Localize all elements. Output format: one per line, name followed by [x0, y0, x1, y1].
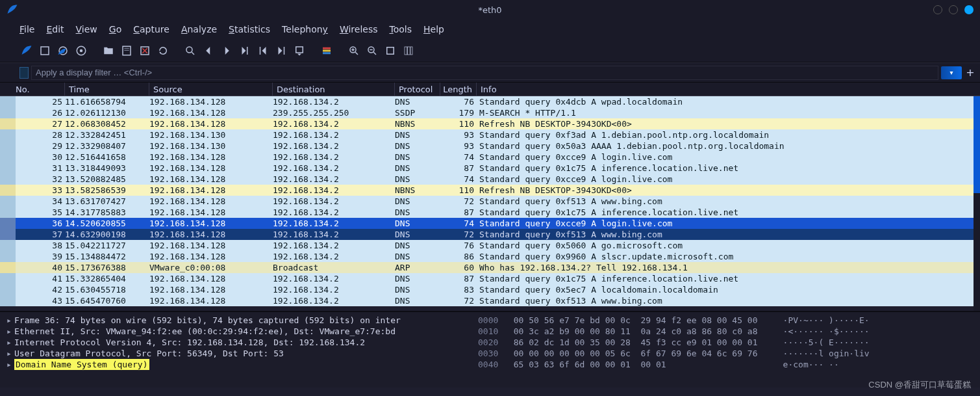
menu-analyze[interactable]: Analyze	[181, 24, 217, 34]
close-file-icon[interactable]	[138, 44, 152, 58]
go-last-icon[interactable]	[274, 44, 288, 58]
svg-rect-17	[323, 49, 331, 51]
svg-rect-16	[323, 47, 331, 49]
table-row[interactable]: 4315.645470760192.168.134.128192.168.134…	[0, 295, 980, 306]
menu-file[interactable]: File	[19, 24, 34, 34]
table-row[interactable]: 3213.520882485192.168.134.128192.168.134…	[0, 174, 980, 185]
table-row[interactable]: 3614.520620855192.168.134.128192.168.134…	[0, 218, 980, 229]
bookmark-icon[interactable]	[19, 67, 29, 79]
menu-capture[interactable]: Capture	[133, 24, 170, 34]
zoom-in-icon[interactable]	[347, 44, 361, 58]
table-row[interactable]: 3915.134884472192.168.134.128192.168.134…	[0, 251, 980, 262]
expand-icon[interactable]: ▸	[6, 326, 14, 337]
window-close-icon[interactable]	[964, 5, 974, 14]
expand-icon[interactable]: ▸	[6, 337, 14, 348]
filter-apply-icon[interactable]: ▾	[941, 66, 962, 79]
table-row[interactable]: 2612.026112130192.168.134.128239.255.255…	[0, 107, 980, 118]
svg-rect-13	[260, 47, 261, 55]
restart-capture-icon[interactable]	[56, 44, 70, 58]
lower-panes: ▸Frame 36: 74 bytes on wire (592 bits), …	[0, 311, 980, 388]
packet-bytes[interactable]: 0000 00 50 56 e7 7e bd 00 0c 29 94 f2 ee…	[474, 312, 980, 388]
svg-rect-29	[410, 47, 412, 55]
table-row[interactable]: 3714.632900198192.168.134.128192.168.134…	[0, 229, 980, 240]
svg-rect-27	[405, 47, 407, 55]
app-fin-icon	[6, 4, 18, 16]
table-row[interactable]: 2712.068308452192.168.134.128192.168.134…	[0, 118, 980, 129]
col-length[interactable]: Length	[440, 83, 477, 96]
zoom-reset-icon[interactable]	[383, 44, 397, 58]
col-source[interactable]: Source	[149, 83, 273, 96]
menu-statistics[interactable]: Statistics	[229, 24, 270, 34]
zoom-out-icon[interactable]	[365, 44, 379, 58]
stop-capture-icon[interactable]	[38, 44, 52, 58]
table-row[interactable]: 2912.332908407192.168.134.130192.168.134…	[0, 140, 980, 152]
table-row[interactable]: 2511.616658794192.168.134.128192.168.134…	[0, 96, 980, 107]
table-row[interactable]: 3514.317785883192.168.134.128192.168.134…	[0, 207, 980, 218]
table-row[interactable]: 4015.173676388VMware_c0:00:08BroadcastAR…	[0, 262, 980, 273]
open-file-icon[interactable]	[101, 44, 116, 58]
svg-line-20	[355, 52, 358, 55]
filter-bar: ▾ +	[0, 62, 980, 82]
window-minimize-icon[interactable]	[933, 5, 942, 14]
packet-list[interactable]: 2511.616658794192.168.134.128192.168.134…	[0, 96, 980, 311]
jump-to-icon[interactable]	[238, 44, 252, 58]
table-row[interactable]: 3313.582586539192.168.134.128192.168.134…	[0, 185, 980, 196]
resize-columns-icon[interactable]	[401, 44, 416, 58]
svg-rect-12	[247, 47, 248, 55]
filter-add-icon[interactable]: +	[964, 67, 976, 79]
reload-icon[interactable]	[156, 44, 170, 58]
menu-telephony[interactable]: Telephony	[282, 24, 328, 34]
save-file-icon[interactable]	[119, 44, 134, 58]
capture-options-icon[interactable]	[74, 44, 88, 58]
table-row[interactable]: 3413.631707427192.168.134.128192.168.134…	[0, 196, 980, 207]
svg-rect-18	[323, 52, 331, 54]
svg-rect-14	[284, 47, 285, 55]
menu-go[interactable]: Go	[109, 24, 121, 34]
find-icon[interactable]	[183, 44, 197, 58]
table-row[interactable]: 2812.332842451192.168.134.130192.168.134…	[0, 129, 980, 140]
packet-list-header[interactable]: No. Time Source Destination Protocol Len…	[0, 82, 980, 96]
window-maximize-icon[interactable]	[949, 5, 958, 14]
svg-rect-28	[408, 47, 410, 55]
svg-rect-26	[387, 47, 394, 54]
col-time[interactable]: Time	[65, 83, 149, 96]
table-row[interactable]: 4215.630455718192.168.134.128192.168.134…	[0, 284, 980, 295]
table-row[interactable]: 3012.516441658192.168.134.128192.168.134…	[0, 152, 980, 163]
svg-rect-15	[296, 47, 303, 53]
menu-wireless[interactable]: Wireless	[340, 24, 378, 34]
watermark: CSDN @香甜可口草莓蛋糕	[868, 379, 971, 391]
title-bar: *eth0	[0, 0, 980, 20]
svg-line-24	[373, 52, 376, 55]
start-capture-icon[interactable]	[19, 44, 34, 58]
col-no[interactable]: No.	[0, 83, 65, 96]
window-title: *eth0	[478, 5, 501, 15]
svg-rect-0	[41, 47, 49, 55]
menu-help[interactable]: Help	[423, 24, 444, 34]
expand-icon[interactable]: ▸	[6, 359, 14, 370]
svg-point-3	[80, 49, 83, 52]
col-destination[interactable]: Destination	[273, 83, 395, 96]
go-back-icon[interactable]	[201, 44, 216, 58]
table-row[interactable]: 3815.042211727192.168.134.128192.168.134…	[0, 240, 980, 251]
table-row[interactable]: 3113.318449093192.168.134.128192.168.134…	[0, 163, 980, 174]
auto-scroll-icon[interactable]	[292, 44, 307, 58]
colorize-icon[interactable]	[320, 44, 334, 58]
go-first-icon[interactable]	[256, 44, 270, 58]
col-protocol[interactable]: Protocol	[395, 83, 440, 96]
main-toolbar	[0, 39, 980, 62]
expand-icon[interactable]: ▸	[6, 315, 14, 326]
menu-edit[interactable]: Edit	[46, 24, 64, 34]
menu-view[interactable]: View	[76, 24, 97, 34]
svg-point-10	[186, 47, 192, 53]
go-forward-icon[interactable]	[220, 44, 234, 58]
table-row[interactable]: 4115.332865404192.168.134.128192.168.134…	[0, 273, 980, 284]
expand-icon[interactable]: ▸	[6, 348, 14, 359]
scrollbar[interactable]	[974, 96, 980, 311]
menu-tools[interactable]: Tools	[390, 24, 412, 34]
svg-rect-4	[123, 46, 131, 55]
svg-line-11	[192, 52, 194, 55]
menu-bar: File Edit View Go Capture Analyze Statis…	[0, 20, 980, 39]
display-filter-input[interactable]	[31, 66, 938, 80]
col-info[interactable]: Info	[477, 83, 980, 96]
packet-details[interactable]: ▸Frame 36: 74 bytes on wire (592 bits), …	[0, 312, 474, 388]
